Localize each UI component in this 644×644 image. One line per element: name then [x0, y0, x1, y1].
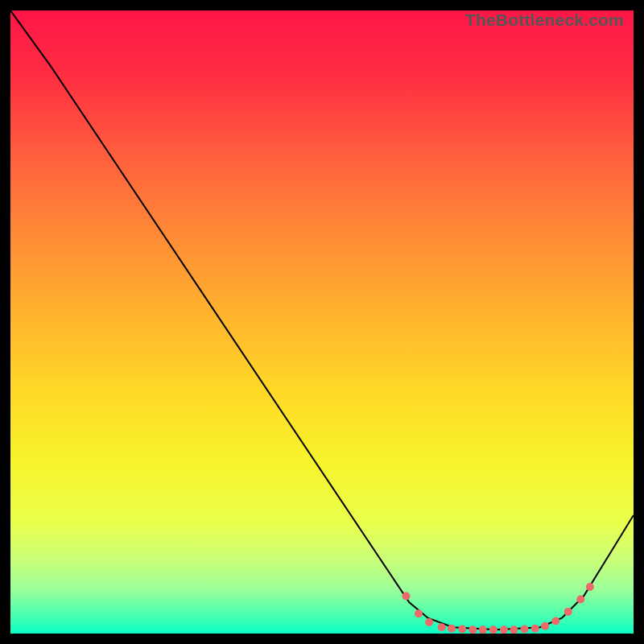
watermark-text: TheBottleneck.com	[465, 10, 624, 30]
gradient-background	[10, 10, 634, 634]
marker-point	[576, 595, 584, 603]
marker-point	[425, 618, 433, 626]
marker-point	[448, 625, 456, 633]
marker-point	[402, 592, 410, 601]
marker-point	[458, 625, 466, 634]
marker-point	[500, 625, 508, 634]
marker-point	[415, 609, 423, 617]
marker-point	[521, 625, 529, 634]
marker-point	[551, 617, 559, 625]
marker-point	[479, 625, 487, 634]
chart-svg	[10, 10, 634, 634]
chart-frame: TheBottleneck.com	[10, 10, 634, 634]
marker-point	[531, 625, 539, 633]
marker-point	[510, 625, 518, 634]
marker-point	[586, 583, 594, 591]
marker-point	[541, 622, 549, 630]
marker-point	[438, 623, 446, 631]
marker-point	[469, 625, 477, 634]
marker-point	[564, 608, 572, 616]
marker-point	[489, 625, 497, 634]
